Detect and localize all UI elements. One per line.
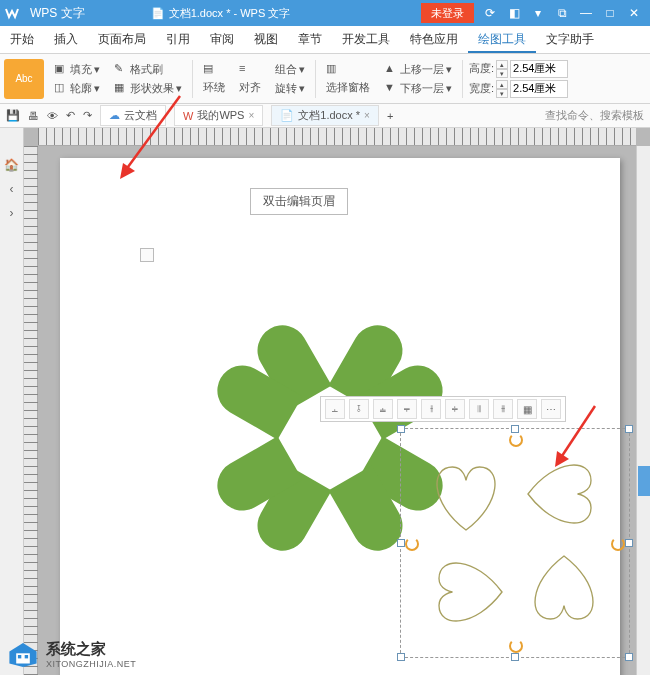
fill-icon: ▣ [54, 62, 68, 76]
doc-icon: 📄 [280, 109, 294, 122]
login-button[interactable]: 未登录 [421, 3, 474, 23]
header-edit-hint[interactable]: 双击编辑页眉 [250, 188, 348, 215]
group-button[interactable]: 组合▾ [271, 61, 309, 78]
tab-references[interactable]: 引用 [156, 31, 200, 48]
fill-button[interactable]: ▣填充▾ [50, 61, 104, 78]
scrollbar-vertical[interactable] [636, 146, 650, 675]
up-icon: ▲ [384, 62, 398, 76]
equal-size-icon[interactable]: ▦ [517, 399, 537, 419]
outline-heart-shape[interactable] [421, 449, 511, 539]
align-button[interactable]: ≡ [235, 61, 265, 77]
minimize-button[interactable]: — [578, 6, 594, 20]
search-box[interactable]: 查找命令、搜索模板 [545, 108, 644, 123]
scroll-thumb[interactable] [638, 466, 650, 496]
move-up-button[interactable]: ▲上移一层▾ [380, 61, 456, 78]
preview-icon[interactable]: 👁 [47, 110, 58, 122]
save-icon[interactable]: 💾 [6, 109, 20, 122]
watermark-logo-icon [6, 641, 40, 669]
svg-rect-5 [16, 653, 30, 663]
align-label[interactable]: 对齐 [235, 79, 265, 96]
tab-dev-tools[interactable]: 开发工具 [332, 31, 400, 48]
resize-handle[interactable] [511, 653, 519, 661]
format-brush-button[interactable]: ✎格式刷 [110, 61, 186, 78]
wrap-button[interactable]: ▤ [199, 61, 229, 77]
width-down[interactable]: ▾ [496, 89, 508, 98]
resize-handle[interactable] [397, 425, 405, 433]
pin-icon[interactable]: ⧉ [554, 6, 570, 20]
tab-special[interactable]: 特色应用 [400, 31, 468, 48]
add-tab-button[interactable]: + [387, 110, 393, 122]
undo-icon[interactable]: ↶ [66, 109, 75, 122]
tab-view[interactable]: 视图 [244, 31, 288, 48]
watermark-name: 系统之家 [46, 640, 136, 659]
distribute-h-icon[interactable]: ⫴ [469, 399, 489, 419]
window-controls: ⟳ ◧ ▾ ⧉ — □ ✕ [474, 6, 650, 20]
doc-icon: 📄 [151, 7, 165, 20]
outline-heart-shape[interactable] [421, 547, 511, 637]
wrap-label[interactable]: 环绕 [199, 79, 229, 96]
align-right-icon[interactable]: ⫨ [373, 399, 393, 419]
redo-icon[interactable]: ↷ [83, 109, 92, 122]
distribute-v-icon[interactable]: ⫵ [493, 399, 513, 419]
align-top-icon[interactable]: ⫧ [397, 399, 417, 419]
tab-insert[interactable]: 插入 [44, 31, 88, 48]
selected-shape-group[interactable] [400, 428, 630, 658]
move-down-button[interactable]: ▼下移一层▾ [380, 80, 456, 97]
outline-button[interactable]: ◫轮廓▾ [50, 80, 104, 97]
tab-drawing-tools[interactable]: 绘图工具 [468, 26, 536, 53]
tab-start[interactable]: 开始 [0, 31, 44, 48]
height-down[interactable]: ▾ [496, 69, 508, 78]
resize-handle[interactable] [397, 539, 405, 547]
print-icon[interactable]: 🖶 [28, 110, 39, 122]
align-middle-icon[interactable]: ⫲ [421, 399, 441, 419]
tab-chapter[interactable]: 章节 [288, 31, 332, 48]
resize-handle[interactable] [397, 653, 405, 661]
outline-heart-shape[interactable] [519, 547, 609, 637]
rotate-handle[interactable] [509, 433, 523, 447]
width-up[interactable]: ▴ [496, 80, 508, 89]
chevron-icon[interactable]: › [10, 206, 14, 220]
anchor-icon [140, 248, 154, 262]
chevron-icon[interactable]: ‹ [10, 182, 14, 196]
tab-text-helper[interactable]: 文字助手 [536, 31, 604, 48]
document-page[interactable]: 双击编辑页眉 ⫠ ⫱ ⫨ ⫧ ⫲ ⫩ ⫴ ⫵ ▦ ⋯ [60, 158, 620, 675]
effects-icon: ▦ [114, 81, 128, 95]
resize-handle[interactable] [625, 539, 633, 547]
my-wps-tab[interactable]: W我的WPS× [174, 105, 263, 126]
width-input[interactable] [510, 80, 568, 98]
shape-style-preview[interactable]: Abc [4, 59, 44, 99]
align-left-icon[interactable]: ⫠ [325, 399, 345, 419]
feedback-icon[interactable]: ▾ [530, 6, 546, 20]
align-center-icon[interactable]: ⫱ [349, 399, 369, 419]
rotate-handle[interactable] [405, 537, 419, 551]
skin-icon[interactable]: ◧ [506, 6, 522, 20]
outline-heart-shape[interactable] [519, 449, 609, 539]
maximize-button[interactable]: □ [602, 6, 618, 20]
align-bottom-icon[interactable]: ⫩ [445, 399, 465, 419]
resize-handle[interactable] [625, 425, 633, 433]
ruler-vertical[interactable] [24, 146, 38, 675]
close-button[interactable]: ✕ [626, 6, 642, 20]
more-icon[interactable]: ⋯ [541, 399, 561, 419]
select-pane-button[interactable]: ▥ [322, 61, 374, 77]
height-input[interactable] [510, 60, 568, 78]
height-up[interactable]: ▴ [496, 60, 508, 69]
resize-handle[interactable] [625, 653, 633, 661]
close-icon[interactable]: × [248, 110, 254, 121]
document-tab[interactable]: 📄文档1.docx *× [271, 105, 379, 126]
ribbon: Abc ▣填充▾ ◫轮廓▾ ✎格式刷 ▦形状效果▾ ▤ 环绕 ≡ 对齐 组合▾ … [0, 54, 650, 104]
tab-review[interactable]: 审阅 [200, 31, 244, 48]
close-icon[interactable]: × [364, 110, 370, 121]
select-pane-label[interactable]: 选择窗格 [322, 79, 374, 96]
svg-rect-6 [18, 655, 21, 658]
rotate-handle[interactable] [611, 537, 625, 551]
ruler-horizontal[interactable] [38, 128, 636, 146]
resize-handle[interactable] [511, 425, 519, 433]
cloud-doc-tab[interactable]: ☁云文档 [100, 105, 166, 126]
nav-icon[interactable]: 🏠 [4, 158, 19, 172]
rotate-button[interactable]: 旋转▾ [271, 80, 309, 97]
tab-page-layout[interactable]: 页面布局 [88, 31, 156, 48]
sync-icon[interactable]: ⟳ [482, 6, 498, 20]
rotate-handle[interactable] [509, 639, 523, 653]
shape-effects-button[interactable]: ▦形状效果▾ [110, 80, 186, 97]
